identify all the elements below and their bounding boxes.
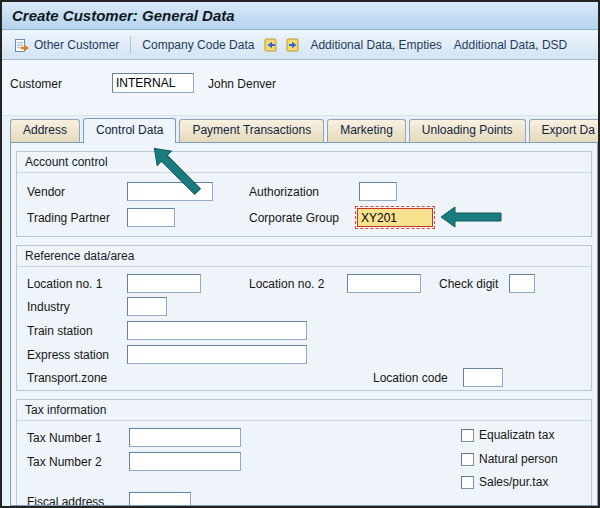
natural-person-checkbox-box (461, 453, 474, 466)
location-code-input[interactable] (463, 368, 503, 387)
authorization-input[interactable] (359, 182, 397, 201)
fiscal-address-label: Fiscal address (27, 495, 104, 506)
industry-input[interactable] (127, 297, 167, 316)
reference-data-groupbox: Reference data/area Location no. 1 Locat… (16, 245, 592, 391)
express-station-label: Express station (27, 348, 109, 362)
location-code-label: Location code (373, 371, 448, 385)
vendor-label: Vendor (27, 185, 65, 199)
tab-marketing[interactable]: Marketing (327, 119, 406, 142)
other-customer-label: Other Customer (34, 38, 119, 52)
control-data-panel: Account control Vendor Authorization Tra… (10, 142, 598, 506)
reference-data-title: Reference data/area (17, 246, 591, 267)
corporate-group-input[interactable] (357, 208, 433, 227)
equalizatn-tax-checkbox-box (461, 429, 474, 442)
fiscal-address-input[interactable] (129, 492, 191, 506)
authorization-label: Authorization (249, 185, 319, 199)
equalizatn-tax-checkbox[interactable]: Equalizatn tax (461, 428, 554, 442)
other-customer-button[interactable]: Other Customer (8, 34, 125, 56)
tab-export-data[interactable]: Export Da (529, 119, 598, 142)
check-digit-label: Check digit (439, 277, 498, 291)
document-arrow-up-icon (263, 37, 279, 53)
additional-data-dsd-button[interactable]: Additional Data, DSD (448, 35, 573, 55)
tab-control-data[interactable]: Control Data (83, 118, 176, 143)
title-bar: Create Customer: General Data (2, 2, 598, 30)
check-digit-input[interactable] (509, 274, 535, 293)
customer-name-text: John Denver (208, 77, 276, 91)
customer-label: Customer (10, 77, 62, 91)
location1-input[interactable] (127, 274, 201, 293)
location1-label: Location no. 1 (27, 277, 102, 291)
industry-label: Industry (27, 300, 70, 314)
toolbar-separator (130, 36, 131, 54)
tab-unloading-points[interactable]: Unloading Points (409, 119, 526, 142)
location2-label: Location no. 2 (249, 277, 324, 291)
location2-input[interactable] (347, 274, 421, 293)
header-divider (2, 115, 598, 116)
trading-partner-input[interactable] (127, 208, 175, 227)
additional-data-empties-button[interactable]: Additional Data, Empties (304, 35, 447, 55)
tax-number1-label: Tax Number 1 (27, 431, 102, 445)
additional-data-dsd-label: Additional Data, DSD (454, 38, 567, 52)
tab-address[interactable]: Address (10, 119, 80, 142)
vendor-input[interactable] (127, 182, 213, 201)
tab-payment-transactions[interactable]: Payment Transactions (179, 119, 324, 142)
document-arrow-down-icon (285, 37, 301, 53)
natural-person-label: Natural person (479, 452, 558, 466)
sap-window: Create Customer: General Data Other Cust… (0, 0, 600, 508)
annotation-arrow-corporate-group (441, 206, 503, 232)
company-code-data-label: Company Code Data (142, 38, 254, 52)
customer-input[interactable] (112, 73, 194, 93)
document-arrow-down-button[interactable] (282, 34, 304, 56)
express-station-input[interactable] (127, 345, 307, 364)
train-station-label: Train station (27, 324, 93, 338)
trading-partner-label: Trading Partner (27, 211, 110, 225)
natural-person-checkbox[interactable]: Natural person (461, 452, 558, 466)
tab-strip: Address Control Data Payment Transaction… (10, 118, 598, 143)
customer-header-area: Customer John Denver (2, 60, 598, 116)
account-control-groupbox: Account control Vendor Authorization Tra… (16, 151, 592, 237)
document-arrow-up-button[interactable] (260, 34, 282, 56)
application-toolbar: Other Customer Company Code Data Ad (2, 30, 598, 60)
tax-information-groupbox: Tax information Tax Number 1 Tax Number … (16, 399, 592, 506)
page-title: Create Customer: General Data (12, 7, 235, 24)
sales-pur-tax-checkbox-box (461, 476, 474, 489)
additional-data-empties-label: Additional Data, Empties (310, 38, 441, 52)
company-code-data-button[interactable]: Company Code Data (136, 35, 260, 55)
sales-pur-tax-label: Sales/pur.tax (479, 475, 548, 489)
transport-zone-label: Transport.zone (27, 371, 107, 385)
train-station-input[interactable] (127, 321, 307, 340)
tax-number2-input[interactable] (129, 452, 241, 471)
tax-number1-input[interactable] (129, 428, 241, 447)
sales-pur-tax-checkbox[interactable]: Sales/pur.tax (461, 475, 548, 489)
tax-number2-label: Tax Number 2 (27, 455, 102, 469)
corporate-group-label: Corporate Group (249, 211, 339, 225)
account-control-title: Account control (17, 152, 591, 173)
tax-information-title: Tax information (17, 400, 591, 421)
other-customer-icon (14, 37, 30, 53)
equalizatn-tax-label: Equalizatn tax (479, 428, 554, 442)
